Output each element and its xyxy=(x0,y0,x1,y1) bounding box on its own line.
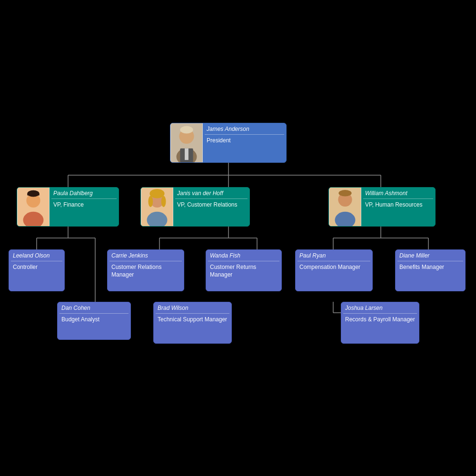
wanda-name: Wanda Fish xyxy=(206,250,281,261)
paula-name: Paula Dahlberg xyxy=(50,188,119,198)
node-janis: Janis van der Hoff VP, Customer Relation… xyxy=(140,187,250,227)
janis-info: Janis van der Hoff VP, Customer Relation… xyxy=(173,188,249,226)
svg-rect-27 xyxy=(185,149,188,160)
carrie-title: Customer Relations Manager xyxy=(108,261,184,282)
joshua-title: Records & Payroll Manager xyxy=(341,314,419,327)
svg-point-32 xyxy=(27,190,39,197)
node-william: William Ashmont VP, Human Resources xyxy=(328,187,436,227)
william-title: VP, Human Resources xyxy=(361,199,435,212)
janis-title: VP, Customer Relations xyxy=(173,199,249,212)
node-joshua: Joshua Larsen Records & Payroll Manager xyxy=(341,302,419,344)
paula-title: VP, Finance xyxy=(50,199,119,212)
james-info: James Anderson President xyxy=(203,123,286,162)
svg-point-39 xyxy=(161,196,166,207)
node-paul: Paul Ryan Compensation Manager xyxy=(295,249,373,291)
leeland-name: Leeland Olson xyxy=(9,250,64,261)
node-brad: Brad Wilson Technical Support Manager xyxy=(153,302,232,344)
photo-william xyxy=(329,188,361,226)
brad-name: Brad Wilson xyxy=(154,302,231,313)
node-wanda: Wanda Fish Customer Returns Manager xyxy=(206,249,282,291)
photo-paula xyxy=(17,188,50,226)
node-dan: Dan Cohen Budget Analyst xyxy=(57,302,131,340)
william-name: William Ashmont xyxy=(361,188,435,198)
carrie-name: Carrie Jenkins xyxy=(108,250,184,261)
leeland-title: Controller xyxy=(9,261,64,275)
photo-janis xyxy=(141,188,173,226)
paul-name: Paul Ryan xyxy=(296,250,372,261)
dan-title: Budget Analyst xyxy=(58,314,130,327)
william-info: William Ashmont VP, Human Resources xyxy=(361,188,435,226)
node-james: James Anderson President xyxy=(170,123,287,163)
dan-name: Dan Cohen xyxy=(58,302,130,313)
node-paula: Paula Dahlberg VP, Finance xyxy=(17,187,119,227)
svg-point-38 xyxy=(148,196,153,207)
node-leeland: Leeland Olson Controller xyxy=(9,249,65,291)
joshua-name: Joshua Larsen xyxy=(341,302,419,313)
svg-point-37 xyxy=(149,189,164,198)
connector-lines xyxy=(0,0,476,476)
wanda-title: Customer Returns Manager xyxy=(206,261,281,282)
diane-name: Diane Miller xyxy=(396,250,465,261)
paul-title: Compensation Manager xyxy=(296,261,372,275)
janis-name: Janis van der Hoff xyxy=(173,188,249,198)
svg-point-43 xyxy=(338,190,351,197)
james-name: James Anderson xyxy=(203,123,286,134)
org-chart: James Anderson President Paula Dahlberg … xyxy=(0,0,476,476)
paula-info: Paula Dahlberg VP, Finance xyxy=(50,188,119,226)
node-diane: Diane Miller Benefits Manager xyxy=(395,249,466,291)
svg-point-28 xyxy=(180,126,193,134)
james-title: President xyxy=(203,135,286,148)
node-carrie: Carrie Jenkins Customer Relations Manage… xyxy=(107,249,184,291)
brad-title: Technical Support Manager xyxy=(154,314,231,327)
diane-title: Benefits Manager xyxy=(396,261,465,275)
photo-james xyxy=(170,123,203,162)
